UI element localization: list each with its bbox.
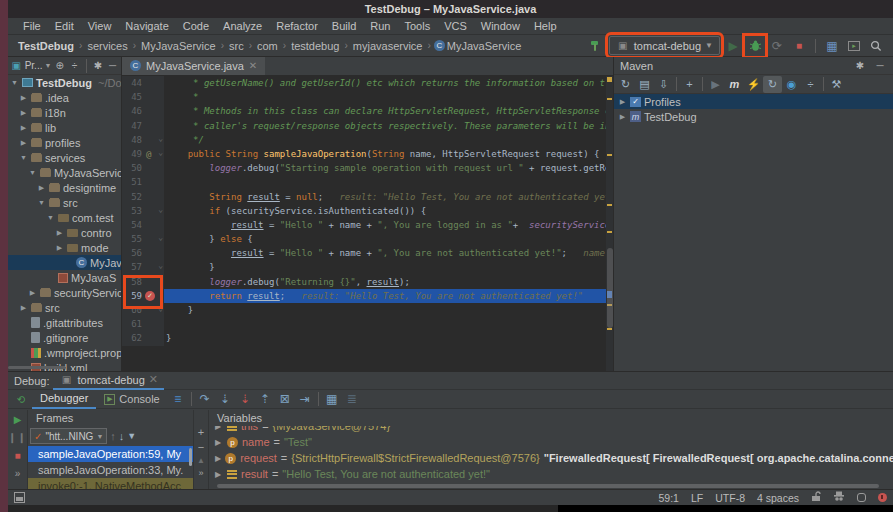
debug-button[interactable]: [746, 37, 764, 55]
gutter-cell[interactable]: 54: [122, 218, 164, 232]
breadcrumb-item[interactable]: MyJavaService: [139, 40, 218, 52]
tree-arrow-icon[interactable]: ▶: [618, 113, 627, 121]
hide-panel-icon[interactable]: ─: [873, 59, 887, 73]
gutter-cell[interactable]: 59✓: [122, 289, 164, 303]
tree-arrow-icon[interactable]: ▼: [19, 154, 28, 161]
variable-row[interactable]: ▶this = {MyJavaService@7574}: [209, 426, 893, 434]
run-button[interactable]: ▶: [724, 37, 742, 55]
project-tree-item[interactable]: ▶i18n: [8, 105, 121, 120]
debug-session-tab[interactable]: ▣ tomcat-debug ✕: [53, 372, 163, 390]
gutter-cell[interactable]: 60⌄: [122, 303, 164, 317]
project-tree-item[interactable]: ▶lib: [8, 120, 121, 135]
collapse-all-icon[interactable]: ÷: [68, 59, 81, 73]
menu-run[interactable]: Run: [363, 20, 397, 32]
editor-area[interactable]: C MyJavaService.java ✕ 44 * getUserName(…: [122, 57, 613, 371]
variable-row[interactable]: ▶pname = "Test": [209, 434, 893, 450]
gutter-cell[interactable]: 49@⌄: [122, 147, 164, 161]
tree-arrow-icon[interactable]: ▼: [10, 79, 19, 86]
frames-scrollbar[interactable]: [189, 448, 192, 466]
tree-arrow-icon[interactable]: ▶: [19, 109, 28, 117]
drop-frame-icon[interactable]: ⊠: [275, 392, 295, 406]
breadcrumb-item[interactable]: TestDebug: [16, 40, 76, 52]
search-everywhere-icon[interactable]: [867, 37, 885, 55]
menu-window[interactable]: Window: [474, 20, 527, 32]
hector-inspector-icon[interactable]: [833, 491, 845, 504]
pause-button[interactable]: ❙❙: [8, 432, 27, 443]
prev-frame-icon[interactable]: ↑: [110, 430, 116, 442]
fold-marker-icon[interactable]: ⌄: [158, 203, 163, 217]
gutter-cell[interactable]: 61: [122, 317, 164, 331]
project-tree-item[interactable]: .gitattributes: [8, 315, 121, 330]
force-step-into-icon[interactable]: ⇣: [235, 392, 255, 406]
caret-position[interactable]: 59:1: [659, 492, 679, 504]
project-tree-item[interactable]: ▶securityServic: [8, 285, 121, 300]
run-configuration-select[interactable]: ▣ tomcat-debug ▼: [609, 36, 720, 55]
gear-icon[interactable]: ✱: [853, 59, 867, 73]
tab-debugger[interactable]: Debugger: [32, 390, 96, 409]
project-tree-item[interactable]: MyJavaS: [8, 270, 121, 285]
execute-goal-icon[interactable]: m: [725, 76, 744, 93]
maven-settings-icon[interactable]: ◉: [782, 76, 801, 93]
menu-view[interactable]: View: [81, 20, 119, 32]
run-anything-icon[interactable]: ▸: [845, 37, 863, 55]
project-tree-item[interactable]: .wmproject.prop: [8, 345, 121, 360]
run-build-icon[interactable]: ▶: [706, 76, 725, 93]
event-log-notification-icon[interactable]: [878, 493, 887, 502]
expand-arrow-icon[interactable]: ▶: [215, 470, 223, 479]
fold-marker-icon[interactable]: ⌄: [158, 259, 163, 273]
resume-button[interactable]: ▶: [14, 414, 22, 425]
gutter-cell[interactable]: 50: [122, 161, 164, 175]
menu-analyze[interactable]: Analyze: [216, 20, 269, 32]
stop-button[interactable]: ■: [790, 37, 808, 55]
breadcrumb-item[interactable]: src: [227, 40, 246, 52]
menu-build[interactable]: Build: [325, 20, 363, 32]
collapse-all-icon[interactable]: ÷: [801, 76, 820, 93]
indent[interactable]: 4 spaces: [757, 492, 799, 504]
tree-arrow-icon[interactable]: ▶: [618, 98, 627, 106]
more-actions-icon[interactable]: »: [15, 468, 21, 479]
expand-arrow-icon[interactable]: ▶: [215, 454, 221, 463]
layout-icon[interactable]: ≣: [342, 392, 362, 406]
hide-panel-icon[interactable]: ─: [106, 59, 119, 73]
expand-arrow-icon[interactable]: ▶: [215, 426, 223, 431]
variable-row[interactable]: ▶result = "Hello Test, You are not authe…: [209, 466, 893, 482]
breadcrumb-item[interactable]: testdebug: [289, 40, 341, 52]
tree-arrow-icon[interactable]: ▼: [28, 169, 37, 176]
project-tree-item[interactable]: ▶src: [8, 300, 121, 315]
tree-arrow-icon[interactable]: ▶: [37, 184, 46, 192]
breadcrumb-item[interactable]: com: [255, 40, 280, 52]
tree-arrow-icon[interactable]: ▶: [28, 289, 37, 297]
toggle-offline-icon[interactable]: ⚡: [744, 76, 763, 93]
add-maven-projects-icon[interactable]: +: [680, 76, 699, 93]
rerun-icon[interactable]: ⟲: [14, 392, 28, 406]
skip-tests-icon[interactable]: ↻: [763, 76, 782, 93]
editor-tab[interactable]: C MyJavaService.java ✕: [122, 57, 265, 75]
tree-arrow-icon[interactable]: ▶: [55, 244, 64, 252]
code-view[interactable]: 44 * getUserName() and getUserId() etc w…: [122, 76, 613, 371]
close-icon[interactable]: ✕: [249, 60, 257, 71]
more-actions-icon[interactable]: »: [198, 468, 203, 478]
generate-sources-icon[interactable]: ▤: [635, 76, 654, 93]
close-icon[interactable]: ✕: [149, 373, 158, 386]
gear-icon[interactable]: ✱: [92, 59, 105, 73]
tree-arrow-icon[interactable]: ▶: [55, 229, 64, 237]
step-out-icon[interactable]: ⇡: [255, 392, 275, 406]
tree-arrow-icon[interactable]: ▼: [46, 214, 55, 221]
build-hammer-icon[interactable]: [587, 37, 605, 55]
gutter-cell[interactable]: 53⌄: [122, 204, 164, 218]
variable-row[interactable]: ▶prequest = {StrictHttpFirewall$StrictFi…: [209, 450, 893, 466]
wrench-icon[interactable]: ⚒: [827, 76, 846, 93]
move-watch-up-icon[interactable]: ▲: [197, 456, 205, 465]
breadcrumb-item[interactable]: MyJavaService: [445, 40, 524, 52]
layout-settings-icon[interactable]: ≡: [168, 392, 188, 406]
project-view-icon[interactable]: ▣: [10, 59, 23, 73]
project-tree-item[interactable]: ▶mode: [8, 240, 121, 255]
gutter-cell[interactable]: 52: [122, 190, 164, 204]
gutter-cell[interactable]: 55⌄: [122, 232, 164, 246]
project-tree-item[interactable]: ▼services: [8, 150, 121, 165]
menu-navigate[interactable]: Navigate: [118, 20, 175, 32]
tree-arrow-icon[interactable]: ▶: [19, 139, 28, 147]
stop-button[interactable]: ■: [14, 450, 20, 461]
tree-arrow-icon[interactable]: ▶: [19, 94, 28, 102]
menu-help[interactable]: Help: [527, 20, 564, 32]
